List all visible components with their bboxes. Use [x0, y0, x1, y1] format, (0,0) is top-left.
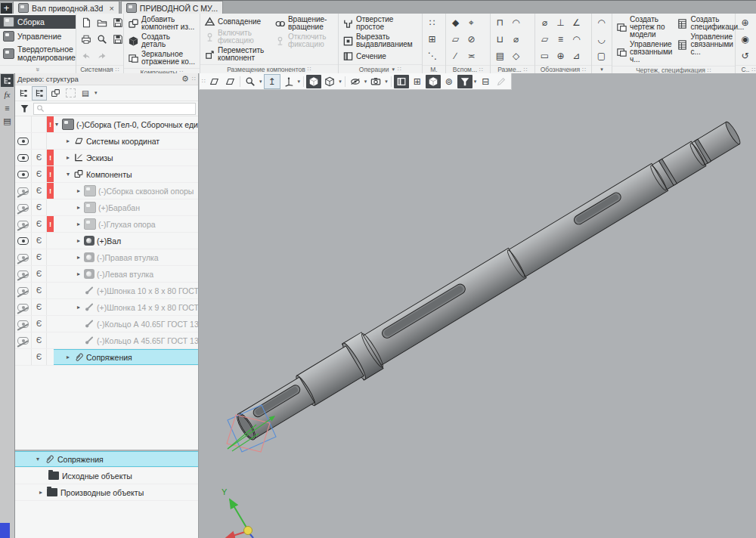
expand-icon[interactable]: ▸: [38, 489, 44, 496]
eye-icon[interactable]: [17, 171, 29, 178]
cut-extrude-button[interactable]: Вырезать выдавливанием: [341, 32, 420, 49]
array-icon[interactable]: ∷: [425, 15, 439, 30]
eye-off-icon[interactable]: [17, 254, 29, 261]
info-display-icon[interactable]: ⊟: [478, 75, 493, 88]
spec-mark[interactable]: Є: [32, 249, 47, 265]
eye-off-icon[interactable]: [17, 271, 29, 278]
aux-point-icon[interactable]: ◆: [448, 15, 463, 30]
expand-icon[interactable]: ▸: [65, 138, 71, 144]
eye-icon[interactable]: [17, 138, 29, 145]
extra-curve2-icon[interactable]: ◡: [594, 32, 609, 47]
grid-icon[interactable]: ⊞: [410, 75, 425, 88]
eye-icon[interactable]: [17, 154, 29, 162]
eye-off-icon[interactable]: [17, 304, 29, 311]
spec-mark[interactable]: Є: [32, 299, 47, 315]
spec-mark[interactable]: Є: [32, 216, 47, 232]
dim-linear-icon[interactable]: ⊓: [493, 15, 507, 30]
messages-panel-button[interactable]: ≡: [1, 101, 14, 114]
tree-row-key-14x9x80[interactable]: Є ▸ (+)Шпонка 14 x 9 x 80 ГОСТ 23360-: [15, 299, 198, 316]
cs-local-icon[interactable]: [222, 75, 237, 88]
tree-row-ring-40[interactable]: Є (-)Кольцо А 40.65Г ГОСТ 13940-86: [15, 316, 198, 332]
zoom-icon[interactable]: [243, 75, 258, 88]
section-grip[interactable]: ∷: [116, 66, 119, 73]
chevron-down-icon[interactable]: ▾: [364, 79, 367, 85]
expand-icon[interactable]: ▸: [76, 221, 82, 227]
tree-row-assembly-root[interactable]: ! ▾ (-)Сборка (Тел-0, Сборочных единиц: [15, 116, 198, 133]
expand-icon[interactable]: ▾: [54, 121, 60, 128]
note-frame-icon[interactable]: ▭: [538, 48, 552, 63]
image-capture-icon[interactable]: [368, 75, 383, 88]
note-target-icon[interactable]: ⊕: [553, 48, 568, 63]
tree-select-box-icon[interactable]: [64, 87, 77, 100]
disable-fixation-button[interactable]: Отключить фиксацию: [273, 32, 336, 49]
redo-icon[interactable]: [94, 48, 109, 63]
aux-cs-icon[interactable]: ⌖: [464, 15, 479, 30]
cs-plane-icon[interactable]: [206, 75, 222, 88]
section-grip[interactable]: ∷: [398, 66, 401, 73]
note-diameter-icon[interactable]: ⌀: [538, 15, 552, 30]
mirror-component-button[interactable]: Зеркальное отражение ко...: [126, 50, 197, 66]
spec-mark[interactable]: Є: [32, 150, 47, 165]
note-perp-icon[interactable]: ⊥: [553, 15, 568, 30]
save-as-icon[interactable]: [110, 32, 125, 47]
spec-mark[interactable]: Є: [32, 233, 47, 249]
manage-specs-button[interactable]: Управление связанными с...: [675, 32, 734, 57]
rotation-rotation-button[interactable]: Вращение-вращение: [273, 15, 336, 32]
expand-icon[interactable]: ▾: [35, 456, 41, 462]
extra-sheet-icon[interactable]: ▢: [594, 48, 609, 63]
chevron-down-icon[interactable]: ▾: [298, 79, 301, 85]
section-grip[interactable]: ∷: [308, 66, 311, 73]
spec-mark[interactable]: Є: [32, 266, 47, 282]
undo-icon[interactable]: [79, 48, 93, 63]
spec-mark[interactable]: Є: [32, 283, 47, 298]
array-mirror-icon[interactable]: ⋱: [425, 48, 439, 63]
chevron-down-icon[interactable]: ▾: [474, 79, 477, 85]
section-button[interactable]: Сечение: [341, 50, 420, 63]
section-grip[interactable]: ∷: [751, 66, 755, 73]
chevron-down-icon[interactable]: ▾: [339, 79, 342, 85]
create-drawing-button[interactable]: Создать чертеж по модели: [615, 15, 674, 39]
dock-row-derived-objects[interactable]: ▸ Производные объекты: [15, 484, 198, 501]
simple-hole-button[interactable]: Отверстие простое: [341, 15, 420, 32]
enable-fixation-button[interactable]: Включить фиксацию: [203, 29, 271, 45]
filter-icon[interactable]: [17, 102, 31, 115]
aux-spiral-icon[interactable]: ≍: [464, 48, 479, 63]
expand-icon[interactable]: ▸: [76, 187, 82, 194]
variables-panel-button[interactable]: fx: [1, 88, 14, 100]
eye-off-icon[interactable]: [17, 187, 29, 195]
expand-icon[interactable]: ▸: [76, 254, 82, 261]
spec-mark[interactable]: Є: [32, 199, 47, 215]
expand-icon[interactable]: ▸: [65, 354, 71, 360]
simplify-display-icon[interactable]: [426, 75, 441, 88]
viewport-3d[interactable]: ∷ ▾ ↥ ▾ ▾ ▾ ▾ ⊞: [199, 73, 756, 538]
toolbar-grip[interactable]: ∷: [202, 78, 206, 85]
note-slope-icon[interactable]: ⊿: [569, 48, 584, 63]
note-angle-icon[interactable]: ∠: [569, 15, 584, 30]
open-doc-icon[interactable]: [94, 15, 109, 30]
eye-off-icon[interactable]: [17, 320, 29, 328]
dock-row-source-objects[interactable]: Исходные объекты: [15, 468, 198, 484]
eye-off-icon[interactable]: [17, 221, 29, 228]
tree-search-input[interactable]: [33, 103, 196, 115]
tree-row-subassembly-through-support[interactable]: Є ! ▸ (-)Сборка сквозной опоры: [15, 183, 198, 199]
create-part-button[interactable]: Создать деталь: [126, 32, 197, 49]
tree-row-subassembly-drum[interactable]: Є ▸ (+)Барабан: [15, 199, 198, 216]
section-grip[interactable]: ∷: [582, 66, 586, 73]
manage-drawings-button[interactable]: Управление связанными ч...: [615, 40, 674, 64]
expand-icon[interactable]: ▸: [76, 237, 82, 244]
chevron-down-icon[interactable]: ▾: [385, 79, 388, 85]
panel-grip[interactable]: ∷: [192, 76, 196, 82]
spec-mark[interactable]: Є: [32, 316, 47, 332]
expand-icon[interactable]: ▸: [76, 204, 82, 211]
expand-icon[interactable]: ▸: [76, 271, 82, 277]
move-component-button[interactable]: Переместить компонент: [203, 46, 271, 63]
tab-active-document[interactable]: Вал приводной.a3d ×: [13, 1, 119, 14]
eye-off-icon[interactable]: [17, 204, 29, 212]
eye-icon[interactable]: [17, 237, 29, 245]
tree-structure-view-icon[interactable]: [17, 87, 30, 100]
section-grip[interactable]: ∷: [524, 66, 528, 73]
tab-background-document[interactable]: ПРИВОДНОЙ С МУ...: [121, 1, 223, 14]
hide-objects-icon[interactable]: [348, 75, 363, 88]
collapse-icon[interactable]: »: [34, 67, 42, 71]
add-component-button[interactable]: Добавить компонент из...: [126, 15, 197, 32]
